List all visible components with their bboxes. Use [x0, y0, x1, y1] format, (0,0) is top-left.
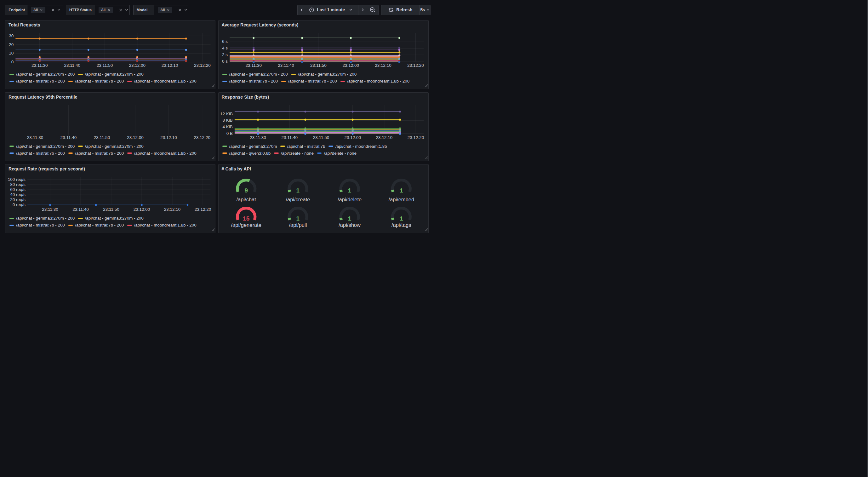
svg-text:0 B: 0 B [226, 131, 232, 136]
svg-text:23:12:10: 23:12:10 [164, 207, 181, 212]
svg-text:0 s: 0 s [222, 59, 227, 64]
svg-text:23:11:30: 23:11:30 [42, 207, 58, 212]
svg-text:23:12:10: 23:12:10 [160, 135, 177, 140]
svg-text:12 KiB: 12 KiB [220, 111, 233, 116]
svg-text:80 req/s: 80 req/s [10, 182, 26, 187]
svg-text:1: 1 [400, 215, 403, 222]
svg-text:6 s: 6 s [222, 39, 227, 44]
svg-text:23:11:30: 23:11:30 [245, 63, 262, 68]
svg-text:20: 20 [9, 42, 13, 47]
svg-text:/api/delete: /api/delete [338, 197, 362, 202]
svg-text:23:12:00: 23:12:00 [342, 63, 359, 68]
svg-text:30: 30 [9, 33, 13, 38]
svg-text:23:12:20: 23:12:20 [407, 63, 424, 68]
svg-text:15: 15 [243, 215, 250, 222]
svg-text:23:11:50: 23:11:50 [310, 63, 327, 68]
svg-text:23:12:20: 23:12:20 [194, 135, 210, 140]
svg-text:23:11:40: 23:11:40 [281, 135, 298, 140]
svg-text:/api/pull: /api/pull [289, 222, 307, 228]
svg-text:/api/show: /api/show [339, 222, 361, 228]
svg-text:23:11:50: 23:11:50 [97, 63, 113, 68]
svg-text:/api/tags: /api/tags [392, 222, 411, 228]
svg-text:1: 1 [296, 215, 300, 222]
svg-text:/api/chat: /api/chat [236, 197, 256, 202]
svg-text:60 req/s: 60 req/s [10, 187, 26, 192]
svg-text:23:11:50: 23:11:50 [94, 135, 110, 140]
svg-text:23:12:20: 23:12:20 [195, 207, 211, 212]
svg-text:1: 1 [400, 187, 403, 194]
svg-text:/api/create: /api/create [286, 197, 310, 202]
svg-text:23:11:40: 23:11:40 [72, 207, 89, 212]
svg-text:/api/embed: /api/embed [388, 197, 414, 202]
svg-text:1: 1 [296, 187, 300, 194]
svg-text:23:11:30: 23:11:30 [27, 135, 43, 140]
svg-text:23:11:50: 23:11:50 [313, 135, 329, 140]
svg-text:23:12:10: 23:12:10 [375, 63, 392, 68]
svg-text:0: 0 [11, 60, 14, 64]
svg-text:23:11:40: 23:11:40 [278, 63, 294, 68]
svg-text:23:12:00: 23:12:00 [344, 135, 361, 140]
svg-text:1: 1 [348, 187, 351, 194]
svg-text:8 KiB: 8 KiB [222, 118, 232, 123]
svg-text:2 s: 2 s [222, 52, 227, 57]
svg-text:4 KiB: 4 KiB [222, 124, 232, 129]
svg-text:4 s: 4 s [222, 46, 227, 51]
svg-text:23:11:30: 23:11:30 [250, 135, 266, 140]
svg-text:23:11:30: 23:11:30 [31, 63, 48, 68]
svg-text:23:11:50: 23:11:50 [103, 207, 119, 212]
svg-text:23:12:10: 23:12:10 [376, 135, 393, 140]
svg-text:10: 10 [9, 51, 13, 55]
svg-text:23:11:40: 23:11:40 [60, 135, 77, 140]
svg-text:23:12:20: 23:12:20 [194, 63, 211, 68]
svg-text:1: 1 [348, 215, 351, 222]
svg-text:23:11:40: 23:11:40 [64, 63, 80, 68]
svg-text:100 req/s: 100 req/s [8, 177, 26, 182]
svg-text:23:12:00: 23:12:00 [133, 207, 150, 212]
svg-text:23:12:10: 23:12:10 [161, 63, 178, 68]
svg-text:/api/generate: /api/generate [231, 222, 261, 228]
svg-text:0 req/s: 0 req/s [12, 202, 26, 207]
svg-text:23:12:00: 23:12:00 [129, 63, 146, 68]
svg-text:23:12:00: 23:12:00 [127, 135, 144, 140]
svg-text:9: 9 [244, 187, 248, 194]
svg-text:20 req/s: 20 req/s [10, 197, 26, 202]
svg-text:23:12:20: 23:12:20 [407, 135, 424, 140]
svg-text:40 req/s: 40 req/s [10, 192, 26, 197]
